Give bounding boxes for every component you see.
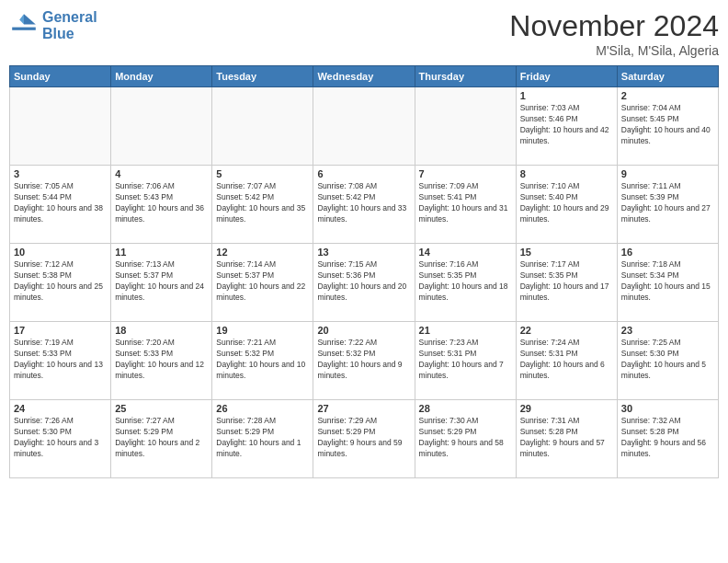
day-info: Sunrise: 7:32 AM Sunset: 5:28 PM Dayligh… (621, 416, 714, 460)
day-info: Sunrise: 7:25 AM Sunset: 5:30 PM Dayligh… (621, 338, 714, 382)
calendar-week-row: 17Sunrise: 7:19 AM Sunset: 5:33 PM Dayli… (10, 322, 719, 400)
day-info: Sunrise: 7:20 AM Sunset: 5:33 PM Dayligh… (115, 338, 208, 382)
calendar-cell: 27Sunrise: 7:29 AM Sunset: 5:29 PM Dayli… (313, 400, 415, 478)
day-number: 5 (216, 168, 309, 179)
day-number: 17 (14, 325, 107, 336)
calendar-cell: 24Sunrise: 7:26 AM Sunset: 5:30 PM Dayli… (10, 400, 111, 478)
weekday-header: Saturday (617, 66, 718, 87)
weekday-header: Friday (516, 66, 617, 87)
day-info: Sunrise: 7:08 AM Sunset: 5:42 PM Dayligh… (317, 181, 410, 225)
weekday-header: Tuesday (212, 66, 313, 87)
day-info: Sunrise: 7:05 AM Sunset: 5:44 PM Dayligh… (14, 181, 107, 225)
day-number: 9 (621, 168, 714, 179)
calendar-cell: 19Sunrise: 7:21 AM Sunset: 5:32 PM Dayli… (212, 322, 313, 400)
logo-text: General Blue (42, 9, 97, 41)
calendar-cell (313, 87, 415, 166)
day-number: 21 (419, 325, 512, 336)
logo-line1: General (42, 9, 97, 25)
day-number: 1 (520, 90, 613, 101)
day-info: Sunrise: 7:17 AM Sunset: 5:35 PM Dayligh… (520, 259, 613, 304)
calendar-cell: 7Sunrise: 7:09 AM Sunset: 5:41 PM Daylig… (415, 166, 516, 244)
day-number: 11 (115, 247, 208, 258)
day-number: 26 (216, 403, 309, 414)
calendar-cell: 2Sunrise: 7:04 AM Sunset: 5:45 PM Daylig… (617, 87, 718, 166)
calendar-cell: 5Sunrise: 7:07 AM Sunset: 5:42 PM Daylig… (212, 166, 313, 244)
calendar-cell: 10Sunrise: 7:12 AM Sunset: 5:38 PM Dayli… (10, 244, 111, 322)
day-number: 23 (621, 325, 714, 336)
day-number: 27 (317, 403, 410, 414)
day-info: Sunrise: 7:07 AM Sunset: 5:42 PM Dayligh… (216, 181, 309, 225)
day-number: 20 (317, 325, 410, 336)
svg-rect-3 (12, 27, 36, 29)
calendar-cell: 18Sunrise: 7:20 AM Sunset: 5:33 PM Dayli… (111, 322, 212, 400)
day-number: 14 (419, 247, 512, 258)
day-info: Sunrise: 7:28 AM Sunset: 5:29 PM Dayligh… (216, 416, 309, 460)
calendar-week-row: 24Sunrise: 7:26 AM Sunset: 5:30 PM Dayli… (10, 400, 719, 478)
calendar-cell: 29Sunrise: 7:31 AM Sunset: 5:28 PM Dayli… (516, 400, 617, 478)
calendar-cell: 26Sunrise: 7:28 AM Sunset: 5:29 PM Dayli… (212, 400, 313, 478)
day-info: Sunrise: 7:06 AM Sunset: 5:43 PM Dayligh… (115, 181, 208, 225)
day-info: Sunrise: 7:24 AM Sunset: 5:31 PM Dayligh… (520, 338, 613, 382)
calendar-cell (212, 87, 313, 166)
calendar-cell: 16Sunrise: 7:18 AM Sunset: 5:34 PM Dayli… (617, 244, 718, 322)
calendar-cell: 1Sunrise: 7:03 AM Sunset: 5:46 PM Daylig… (516, 87, 617, 166)
calendar-cell: 23Sunrise: 7:25 AM Sunset: 5:30 PM Dayli… (617, 322, 718, 400)
day-info: Sunrise: 7:13 AM Sunset: 5:37 PM Dayligh… (115, 259, 208, 304)
calendar-cell: 9Sunrise: 7:11 AM Sunset: 5:39 PM Daylig… (617, 166, 718, 244)
day-number: 8 (520, 168, 613, 179)
day-number: 28 (419, 403, 512, 414)
calendar-cell: 14Sunrise: 7:16 AM Sunset: 5:35 PM Dayli… (415, 244, 516, 322)
weekday-header-row: SundayMondayTuesdayWednesdayThursdayFrid… (10, 66, 719, 87)
day-info: Sunrise: 7:04 AM Sunset: 5:45 PM Dayligh… (621, 103, 714, 147)
calendar-cell: 25Sunrise: 7:27 AM Sunset: 5:29 PM Dayli… (111, 400, 212, 478)
calendar-cell: 6Sunrise: 7:08 AM Sunset: 5:42 PM Daylig… (313, 166, 415, 244)
logo-line2: Blue (42, 26, 74, 41)
calendar-cell: 3Sunrise: 7:05 AM Sunset: 5:44 PM Daylig… (10, 166, 111, 244)
day-number: 10 (14, 247, 107, 258)
day-number: 7 (419, 168, 512, 179)
weekday-header: Monday (111, 66, 212, 87)
page: General Blue November 2024 M'Sila, M'Sil… (0, 0, 728, 563)
calendar-cell: 17Sunrise: 7:19 AM Sunset: 5:33 PM Dayli… (10, 322, 111, 400)
day-number: 25 (115, 403, 208, 414)
month-title: November 2024 (509, 9, 719, 43)
day-number: 6 (317, 168, 410, 179)
calendar-cell: 20Sunrise: 7:22 AM Sunset: 5:32 PM Dayli… (313, 322, 415, 400)
day-number: 2 (621, 90, 714, 101)
calendar-cell (111, 87, 212, 166)
day-number: 13 (317, 247, 410, 258)
day-info: Sunrise: 7:23 AM Sunset: 5:31 PM Dayligh… (419, 338, 512, 382)
day-info: Sunrise: 7:14 AM Sunset: 5:37 PM Dayligh… (216, 259, 309, 304)
day-info: Sunrise: 7:09 AM Sunset: 5:41 PM Dayligh… (419, 181, 512, 225)
day-info: Sunrise: 7:10 AM Sunset: 5:40 PM Dayligh… (520, 181, 613, 225)
calendar-cell: 28Sunrise: 7:30 AM Sunset: 5:29 PM Dayli… (415, 400, 516, 478)
day-number: 29 (520, 403, 613, 414)
logo-icon (9, 11, 39, 40)
day-number: 4 (115, 168, 208, 179)
weekday-header: Sunday (10, 66, 111, 87)
calendar-cell (10, 87, 111, 166)
calendar-cell: 22Sunrise: 7:24 AM Sunset: 5:31 PM Dayli… (516, 322, 617, 400)
day-info: Sunrise: 7:29 AM Sunset: 5:29 PM Dayligh… (317, 416, 410, 460)
calendar-week-row: 3Sunrise: 7:05 AM Sunset: 5:44 PM Daylig… (10, 166, 719, 244)
weekday-header: Thursday (415, 66, 516, 87)
title-block: November 2024 M'Sila, M'Sila, Algeria (509, 9, 719, 58)
day-number: 24 (14, 403, 107, 414)
calendar-cell: 13Sunrise: 7:15 AM Sunset: 5:36 PM Dayli… (313, 244, 415, 322)
logo: General Blue (9, 9, 97, 41)
day-number: 30 (621, 403, 714, 414)
day-info: Sunrise: 7:21 AM Sunset: 5:32 PM Dayligh… (216, 338, 309, 382)
day-info: Sunrise: 7:27 AM Sunset: 5:29 PM Dayligh… (115, 416, 208, 460)
location: M'Sila, M'Sila, Algeria (509, 43, 719, 58)
day-number: 3 (14, 168, 107, 179)
day-number: 16 (621, 247, 714, 258)
day-number: 18 (115, 325, 208, 336)
day-info: Sunrise: 7:18 AM Sunset: 5:34 PM Dayligh… (621, 259, 714, 304)
calendar: SundayMondayTuesdayWednesdayThursdayFrid… (9, 65, 719, 478)
day-info: Sunrise: 7:11 AM Sunset: 5:39 PM Dayligh… (621, 181, 714, 225)
calendar-week-row: 1Sunrise: 7:03 AM Sunset: 5:46 PM Daylig… (10, 87, 719, 166)
calendar-cell: 12Sunrise: 7:14 AM Sunset: 5:37 PM Dayli… (212, 244, 313, 322)
calendar-week-row: 10Sunrise: 7:12 AM Sunset: 5:38 PM Dayli… (10, 244, 719, 322)
day-info: Sunrise: 7:30 AM Sunset: 5:29 PM Dayligh… (419, 416, 512, 460)
day-info: Sunrise: 7:16 AM Sunset: 5:35 PM Dayligh… (419, 259, 512, 304)
